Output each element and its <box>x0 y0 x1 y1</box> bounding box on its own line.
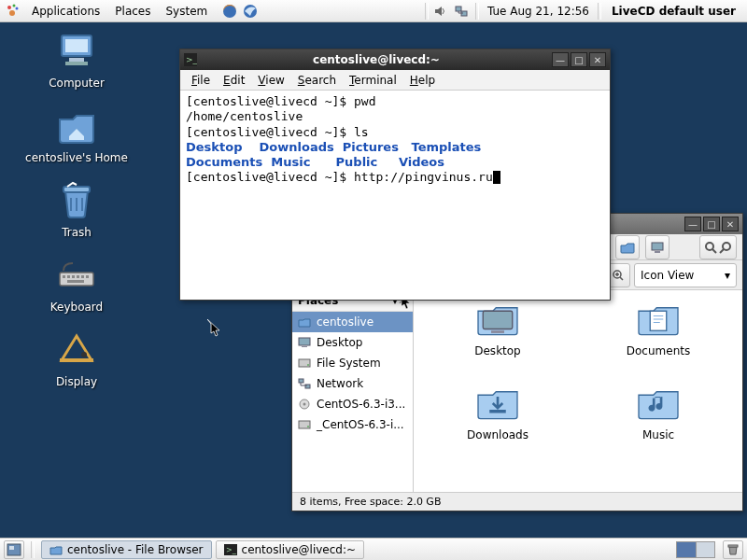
close-button[interactable]: ✕ <box>589 52 606 67</box>
svg-rect-19 <box>86 275 89 278</box>
thunderbird-icon[interactable] <box>241 2 260 21</box>
network-icon[interactable] <box>452 2 471 21</box>
terminal-menubar: File Edit View Search Terminal Help <box>180 70 610 91</box>
place-item[interactable]: centoslive <box>292 312 413 332</box>
desktop-icon-keyboard[interactable]: Keyboard <box>11 252 142 314</box>
svg-rect-10 <box>69 58 84 62</box>
place-label: File System <box>317 357 381 370</box>
panel-separator <box>598 3 601 20</box>
bottom-panel: centoslive - File Browser >_ centoslive@… <box>0 538 747 560</box>
workspace-pager[interactable] <box>676 541 715 558</box>
desktop-icon-label: Computer <box>11 77 142 90</box>
folder-item[interactable]: Music <box>578 384 739 468</box>
menu-system[interactable]: System <box>158 2 215 21</box>
close-button[interactable]: ✕ <box>722 217 739 231</box>
svg-rect-15 <box>67 275 70 278</box>
svg-rect-9 <box>65 39 88 52</box>
folder-item[interactable]: Desktop <box>417 300 578 384</box>
terminal-menu-search[interactable]: Search <box>292 72 342 89</box>
svg-rect-50 <box>728 545 738 547</box>
firefox-icon[interactable] <box>220 2 239 21</box>
desktop-icon-display[interactable]: Display <box>11 327 142 388</box>
place-item[interactable]: _CentOS-6.3-i... <box>292 414 413 435</box>
terminal-titlebar[interactable]: >_ centoslive@livecd:~ — □ ✕ <box>180 49 610 70</box>
taskbar-item-filebrowser[interactable]: centoslive - File Browser <box>41 540 212 559</box>
svg-rect-11 <box>65 62 88 65</box>
place-label: Network <box>317 377 363 390</box>
user-menu[interactable]: LiveCD default user <box>604 5 743 18</box>
place-icon <box>298 315 311 329</box>
trash-applet[interactable] <box>723 540 743 559</box>
clock[interactable]: Tue Aug 21, 12:56 <box>482 5 595 18</box>
search-button[interactable] <box>699 235 737 259</box>
terminal-title: centoslive@livecd:~ <box>201 53 552 66</box>
maximize-button[interactable]: □ <box>703 217 720 231</box>
svg-point-28 <box>723 243 730 250</box>
show-desktop-button[interactable] <box>4 540 24 559</box>
folder-label: Documents <box>578 344 739 357</box>
svg-rect-43 <box>491 330 504 333</box>
svg-rect-33 <box>302 346 307 347</box>
terminal-menu-help[interactable]: Help <box>404 72 441 89</box>
place-item[interactable]: File System <box>292 353 413 373</box>
menu-places[interactable]: Places <box>107 2 158 21</box>
menu-applications[interactable]: Applications <box>24 2 107 21</box>
status-bar: 8 items, Free space: 2.0 GB <box>292 492 742 511</box>
view-mode-select[interactable]: Icon View▾ <box>634 263 737 287</box>
svg-rect-13 <box>60 273 93 286</box>
desktop-icon-home[interactable]: centoslive's Home <box>11 103 142 164</box>
terminal-menu-file[interactable]: File <box>186 72 216 89</box>
place-item[interactable]: Desktop <box>292 332 413 353</box>
folder-view[interactable]: DesktopDocumentsDownloadsMusic <box>414 290 742 492</box>
taskbar-item-terminal[interactable]: >_ centoslive@livecd:~ <box>216 540 365 559</box>
home-button[interactable] <box>615 235 640 259</box>
svg-point-27 <box>706 243 713 250</box>
volume-icon[interactable] <box>431 2 450 21</box>
taskbar-item-label: centoslive - File Browser <box>67 543 204 556</box>
folder-label: Desktop <box>417 344 578 357</box>
svg-rect-47 <box>9 546 14 550</box>
folder-icon <box>472 300 524 339</box>
folder-item[interactable]: Documents <box>578 300 739 384</box>
minimize-button[interactable]: — <box>684 217 701 231</box>
desktop-icon-trash[interactable]: Trash <box>11 177 142 239</box>
svg-text:>_: >_ <box>226 546 237 554</box>
svg-point-41 <box>307 426 309 427</box>
place-icon <box>298 336 311 349</box>
desktop-icon-label: Keyboard <box>11 301 142 314</box>
workspace-1[interactable] <box>677 542 697 557</box>
terminal-icon: >_ <box>184 53 197 66</box>
maximize-button[interactable]: □ <box>571 52 587 67</box>
minimize-button[interactable]: — <box>552 52 569 67</box>
folder-label: Downloads <box>417 428 578 441</box>
desktop-icon-label: Display <box>11 375 142 388</box>
panel-separator <box>31 541 35 558</box>
place-label: CentOS-6.3-i3... <box>317 398 405 411</box>
taskbar-item-label: centoslive@livecd:~ <box>242 543 357 556</box>
desktop-icon-label: Trash <box>11 226 142 239</box>
svg-rect-45 <box>489 410 506 413</box>
panel-separator <box>425 3 429 20</box>
desktop-icon-label: centoslive's Home <box>11 151 142 164</box>
terminal-output[interactable]: [centoslive@livecd ~]$ pwd /home/centosl… <box>180 91 610 300</box>
folder-item[interactable]: Downloads <box>417 384 578 468</box>
terminal-menu-terminal[interactable]: Terminal <box>344 72 402 89</box>
mouse-cursor <box>207 319 220 338</box>
sidebar: Places ▾ ✕ centosliveDesktopFile SystemN… <box>292 290 414 492</box>
desktop-icon-computer[interactable]: Computer <box>11 28 142 90</box>
folder-icon <box>472 384 524 423</box>
svg-point-2 <box>16 7 19 9</box>
place-item[interactable]: CentOS-6.3-i3... <box>292 394 413 414</box>
terminal-menu-edit[interactable]: Edit <box>218 72 250 89</box>
terminal-menu-view[interactable]: View <box>252 72 289 89</box>
svg-rect-12 <box>63 187 90 192</box>
folder-label: Music <box>578 428 739 441</box>
places-list: centosliveDesktopFile SystemNetworkCentO… <box>292 312 413 492</box>
svg-point-3 <box>9 10 15 16</box>
place-item[interactable]: Network <box>292 373 413 394</box>
svg-text:>_: >_ <box>186 55 197 64</box>
computer-button[interactable] <box>645 235 669 259</box>
svg-point-0 <box>7 6 11 9</box>
workspace-2[interactable] <box>697 542 715 557</box>
folder-icon <box>632 300 684 339</box>
